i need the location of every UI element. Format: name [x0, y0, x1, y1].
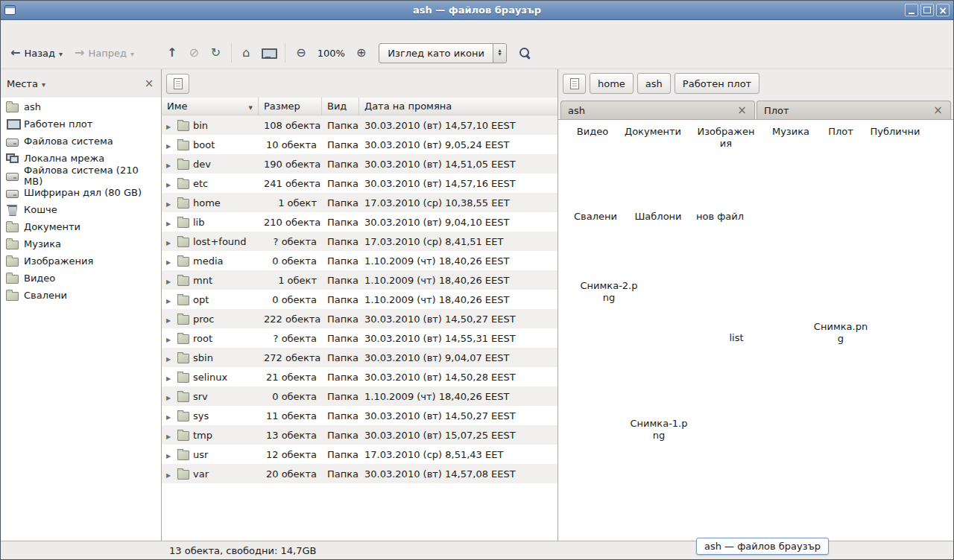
expander-icon[interactable] — [166, 372, 174, 383]
expander-icon[interactable] — [166, 468, 174, 480]
menu-item[interactable] — [34, 27, 48, 31]
icon-item[interactable]: Шаблони — [625, 211, 692, 223]
icon-item[interactable]: GUADEC Снимка-2.png — [575, 280, 642, 303]
icon-item[interactable]: Видео — [559, 126, 626, 138]
places-caret-icon[interactable] — [42, 78, 45, 89]
menu-item[interactable] — [4, 27, 19, 31]
table-row[interactable]: etc 241 обекта Папка 30.03.2010 (вт) 14,… — [162, 174, 557, 193]
table-row[interactable]: sys 11 обекта Папка 30.03.2010 (вт) 14,5… — [162, 406, 557, 425]
menu-item[interactable] — [63, 27, 78, 31]
table-row[interactable]: opt 0 обекта Папка 1.10.2009 (чт) 18,40,… — [162, 290, 557, 309]
expander-icon[interactable] — [166, 217, 174, 228]
home-button[interactable] — [237, 42, 255, 63]
zoom-out-button[interactable] — [291, 42, 311, 63]
sidebar-item[interactable]: Кошче — [1, 201, 161, 218]
sidebar-item[interactable]: ash — [1, 98, 161, 115]
sidebar-item[interactable]: Видео — [1, 270, 161, 287]
icon-item[interactable]: Свалени — [562, 211, 629, 223]
menu-item[interactable] — [48, 27, 63, 31]
sidebar-item[interactable]: Работен плот — [1, 115, 161, 133]
stop-button[interactable] — [183, 42, 203, 63]
sidebar-item[interactable]: Файлова система — [1, 133, 161, 150]
icon-item[interactable]: Снимка-1.png — [625, 418, 692, 441]
tab[interactable]: ash — [560, 101, 755, 119]
pathbar-toggle-button[interactable] — [563, 74, 586, 94]
search-button[interactable] — [514, 43, 536, 63]
table-row[interactable]: root ? обекта Папка 30.03.2010 (вт) 14,5… — [162, 328, 557, 348]
table-row[interactable]: mnt 1 обект Папка 1.10.2009 (чт) 18,40,2… — [162, 270, 557, 290]
tab-close-icon[interactable] — [736, 105, 748, 116]
icon-item[interactable]: Публични — [862, 126, 929, 138]
table-row[interactable]: home 1 обект Папка 17.03.2010 (ср) 10,38… — [162, 193, 557, 212]
expander-icon[interactable] — [166, 410, 174, 421]
menu-item[interactable] — [78, 27, 93, 31]
expander-icon[interactable] — [166, 430, 174, 441]
icon-item[interactable]: Изображения — [692, 126, 759, 149]
column-header-size[interactable]: Размер — [259, 98, 322, 115]
icon-item[interactable]: GNOME Store Снимка.png — [807, 321, 874, 344]
expander-icon[interactable] — [166, 236, 174, 247]
minimize-button[interactable] — [905, 4, 918, 16]
maximize-button[interactable] — [920, 4, 934, 16]
expander-icon[interactable] — [166, 139, 174, 150]
back-history-caret-icon[interactable] — [59, 48, 63, 59]
view-mode-combo[interactable]: Изглед като икони — [379, 43, 507, 63]
tab[interactable]: Плот — [756, 101, 951, 119]
table-row[interactable]: bin 108 обекта Папка 30.03.2010 (вт) 14,… — [162, 115, 557, 135]
expander-icon[interactable] — [166, 197, 174, 209]
expander-icon[interactable] — [166, 159, 174, 170]
table-row[interactable]: boot 10 обекта Папка 30.03.2010 (вт) 9,0… — [162, 135, 557, 154]
table-row[interactable]: var 20 обекта Папка 30.03.2010 (вт) 14,5… — [162, 464, 557, 483]
table-row[interactable]: lib 210 обекта Папка 30.03.2010 (вт) 9,0… — [162, 212, 557, 232]
table-row[interactable]: dev 190 обекта Папка 30.03.2010 (вт) 14,… — [162, 154, 557, 174]
cell-date: 30.03.2010 (вт) 9,04,07 EEST — [359, 352, 557, 363]
sidebar-close-icon[interactable] — [143, 78, 155, 89]
places-selector[interactable]: Места — [7, 78, 38, 89]
zoom-in-button[interactable] — [351, 42, 371, 63]
computer-button[interactable] — [256, 44, 279, 63]
icon-item[interactable]: нов файл — [686, 211, 754, 223]
table-row[interactable]: selinux 21 обекта Папка 30.03.2010 (вт) … — [162, 367, 557, 386]
expander-icon[interactable] — [166, 275, 174, 286]
sidebar-item[interactable]: Свалени — [1, 287, 161, 304]
table-row[interactable]: srv 0 обекта Папка 1.10.2009 (чт) 18,40,… — [162, 386, 557, 406]
place-label: ash — [24, 101, 41, 112]
sidebar-item[interactable]: Шифриран дял (80 GB) — [1, 184, 161, 201]
table-row[interactable]: tmp 13 обекта Папка 30.03.2010 (вт) 15,0… — [162, 425, 557, 445]
expander-icon[interactable] — [166, 352, 174, 363]
table-row[interactable]: lost+found ? обекта Папка 17.03.2010 (ср… — [162, 232, 557, 251]
expander-icon[interactable] — [166, 333, 174, 344]
breadcrumb-button[interactable]: home — [590, 73, 634, 94]
expander-icon[interactable] — [166, 255, 174, 267]
table-row[interactable]: usr 12 обекта Папка 17.03.2010 (ср) 8,51… — [162, 445, 557, 464]
icon-item[interactable]: Документи — [619, 126, 686, 138]
sidebar-item[interactable]: Документи — [1, 218, 161, 235]
icon-item[interactable]: list — [703, 332, 770, 344]
tab-close-icon[interactable] — [932, 105, 944, 116]
forward-button[interactable]: Напред — [69, 42, 139, 63]
up-button[interactable] — [162, 42, 182, 63]
back-button[interactable]: Назад — [5, 42, 68, 63]
list-pane-location-button[interactable] — [166, 74, 189, 94]
sidebar-item[interactable]: Файлова система (210 MB) — [1, 167, 161, 184]
combo-stepper-icon[interactable] — [493, 44, 506, 63]
close-button[interactable] — [936, 4, 950, 16]
breadcrumb-button[interactable]: ash — [637, 73, 671, 94]
table-row[interactable]: media 0 обекта Папка 1.10.2009 (чт) 18,4… — [162, 251, 557, 270]
table-row[interactable]: sbin 272 обекта Папка 30.03.2010 (вт) 9,… — [162, 348, 557, 367]
sidebar-item[interactable]: Музика — [1, 235, 161, 252]
expander-icon[interactable] — [166, 120, 174, 131]
expander-icon[interactable] — [166, 391, 174, 402]
reload-button[interactable] — [206, 42, 226, 63]
expander-icon[interactable] — [166, 178, 174, 189]
expander-icon[interactable] — [166, 314, 174, 325]
column-header-type[interactable]: Вид — [322, 98, 359, 115]
menu-item[interactable] — [19, 27, 34, 31]
column-header-date[interactable]: Дата на промяна — [359, 98, 557, 115]
table-row[interactable]: proc 222 обекта Папка 30.03.2010 (вт) 14… — [162, 309, 557, 328]
sidebar-item[interactable]: Изображения — [1, 252, 161, 270]
column-header-name[interactable]: Име — [162, 98, 259, 115]
expander-icon[interactable] — [166, 294, 174, 305]
breadcrumb-button[interactable]: Работен плот — [675, 73, 759, 94]
expander-icon[interactable] — [166, 449, 174, 460]
